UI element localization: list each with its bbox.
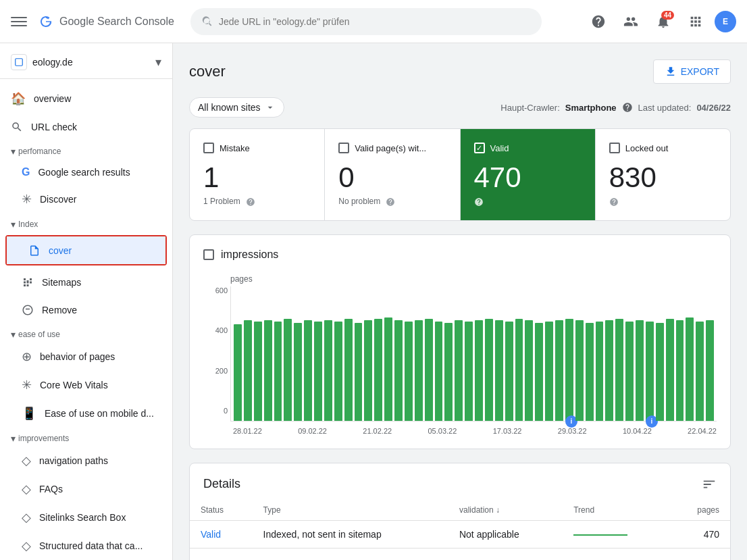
sidebar-item-discover[interactable]: ✳ Discover	[0, 185, 167, 213]
search-bar[interactable]	[190, 8, 542, 35]
status-card-locked-out[interactable]: Locked out 830	[596, 129, 730, 220]
remove-icon	[22, 303, 34, 317]
apps-button[interactable]	[682, 8, 709, 35]
sidebar-item-remove[interactable]: Remove	[0, 296, 167, 324]
valid-warnings-help[interactable]	[386, 197, 395, 207]
sidebar-item-faqs-label: FAQs	[39, 484, 63, 494]
chart-bar	[334, 322, 342, 421]
next-page-button[interactable]: ›	[710, 557, 719, 560]
x-label-4: 17.03.22	[493, 427, 522, 435]
chart-bar	[294, 323, 302, 421]
chart-bar	[405, 322, 413, 421]
crawler-name: Smartphone	[565, 103, 617, 113]
help-icon	[591, 14, 606, 29]
valid-warnings-sub: No problem	[338, 197, 380, 206]
sidebar-item-url-check[interactable]: URL check	[0, 113, 167, 141]
status-card-valid[interactable]: Valid 470	[461, 129, 596, 220]
app-title: Google Search Console	[59, 16, 174, 28]
search-icon	[201, 16, 213, 28]
sidebar-section-index[interactable]: ▾ Index	[0, 213, 172, 232]
filter-table-icon[interactable]	[702, 477, 717, 492]
layout: eology.de ▾ 🏠 overview URL check ▾ perfo…	[0, 43, 747, 560]
chart-bar	[636, 320, 644, 421]
chart-bar	[324, 320, 332, 421]
table-header-row: Status Type validation ↓ Trend pages	[190, 500, 730, 521]
mistake-help[interactable]	[246, 197, 255, 207]
sort-arrow-icon: ↓	[496, 505, 500, 515]
status-link[interactable]: Valid	[201, 529, 221, 540]
site-name: eology.de	[32, 57, 150, 68]
pagination: Lines per page: 10 1 to 1 of 1 ‹ ›	[190, 549, 730, 560]
discover-icon: ✳	[22, 192, 32, 207]
svg-rect-0	[11, 17, 27, 18]
sidebar-item-url-check-label: URL check	[31, 122, 77, 132]
search-input[interactable]	[219, 16, 531, 27]
status-card-mistake[interactable]: Mistake 1 1 Problem	[190, 129, 325, 220]
trend-line	[573, 534, 627, 536]
page-header: cover EXPORT	[189, 59, 731, 84]
home-icon: 🏠	[11, 91, 26, 106]
sidebar-item-nav-paths[interactable]: ◇ navigation paths	[0, 447, 167, 475]
sidebar-item-google-label: Google search results	[38, 167, 130, 178]
site-selector[interactable]: eology.de ▾	[0, 49, 172, 79]
mistake-checkbox	[203, 143, 214, 153]
menu-icon[interactable]	[11, 14, 27, 30]
crawler-info: Haupt-Crawler: Smartphone Last updated: …	[500, 102, 731, 113]
valid-checkbox	[474, 143, 485, 153]
y-label-600: 600	[203, 286, 228, 295]
sidebar-item-behavior[interactable]: ⊕ behavior of pages	[0, 342, 167, 371]
crawler-prefix: Haupt-Crawler:	[500, 103, 559, 113]
valid-help[interactable]	[474, 197, 484, 207]
sidebar-item-core-vitals[interactable]: ✳ Core Web Vitals	[0, 371, 167, 399]
chart-bar	[525, 320, 533, 421]
last-updated-prefix: Last updated:	[638, 103, 692, 113]
impressions-checkbox[interactable]	[203, 249, 214, 260]
sidebar-item-sitelinks[interactable]: ◇ Sitelinks Search Box	[0, 503, 167, 532]
chart-bar	[254, 322, 262, 421]
users-button[interactable]	[617, 8, 644, 35]
crawler-help-icon[interactable]	[622, 102, 633, 113]
valid-label: Valid	[490, 143, 509, 153]
notifications-button[interactable]: 44	[650, 8, 677, 35]
prev-page-button[interactable]: ‹	[690, 557, 699, 560]
sidebar-item-sitemaps-label: Sitemaps	[42, 277, 81, 288]
sidebar-item-google-search[interactable]: G Google search results	[0, 159, 167, 185]
url-check-icon	[11, 120, 23, 134]
sidebar-section-performance[interactable]: ▾ perfomance	[0, 141, 172, 159]
export-button[interactable]: EXPORT	[653, 59, 731, 84]
sidebar-section-ease[interactable]: ▾ ease of use	[0, 324, 172, 342]
svg-rect-1	[11, 21, 27, 22]
y-label-0: 0	[203, 407, 228, 415]
help-button[interactable]	[585, 8, 612, 35]
all-sites-filter[interactable]: All known sites	[189, 97, 284, 118]
chart-bar	[384, 317, 392, 421]
row-trend	[563, 521, 669, 549]
sidebar-item-ease-mobile-label: Ease of use on mobile d...	[45, 408, 154, 419]
mistake-label: Mistake	[220, 143, 250, 153]
chart-bar	[586, 323, 594, 421]
chart-bar	[555, 320, 563, 421]
site-icon	[11, 54, 27, 70]
avatar[interactable]: E	[715, 11, 736, 32]
sidebar-item-sitemaps[interactable]: Sitemaps	[0, 268, 167, 296]
locked-out-help[interactable]	[609, 197, 619, 207]
details-table: Status Type validation ↓ Trend pages Val…	[190, 500, 730, 549]
sidebar-item-ease-mobile[interactable]: 📱 Ease of use on mobile d...	[0, 399, 167, 428]
sidebar-item-overview[interactable]: 🏠 overview	[0, 84, 167, 113]
chart-bar	[264, 320, 272, 421]
sidebar-item-faqs[interactable]: ◇ FAQs	[0, 475, 167, 503]
col-validation[interactable]: validation ↓	[448, 500, 563, 521]
chevron-icon: ▾	[11, 146, 16, 157]
sidebar: eology.de ▾ 🏠 overview URL check ▾ perfo…	[0, 43, 173, 560]
chart-bar	[666, 319, 674, 421]
status-card-valid-warnings[interactable]: Valid page(s) wit... 0 No problem	[325, 129, 460, 220]
sidebar-section-improvements[interactable]: ▾ improvements	[0, 428, 172, 447]
x-label-0: 28.01.22	[233, 427, 262, 435]
sidebar-item-cover[interactable]: cover	[7, 236, 165, 264]
sidebar-item-sitelinks-label: Sitelinks Search Box	[39, 512, 126, 523]
chart-bar	[535, 323, 543, 421]
sidebar-item-structured[interactable]: ◇ Structured data that ca...	[0, 532, 167, 560]
chart-area: ii	[230, 286, 717, 422]
x-label-2: 21.02.22	[363, 427, 392, 435]
chart-bar	[615, 319, 623, 421]
